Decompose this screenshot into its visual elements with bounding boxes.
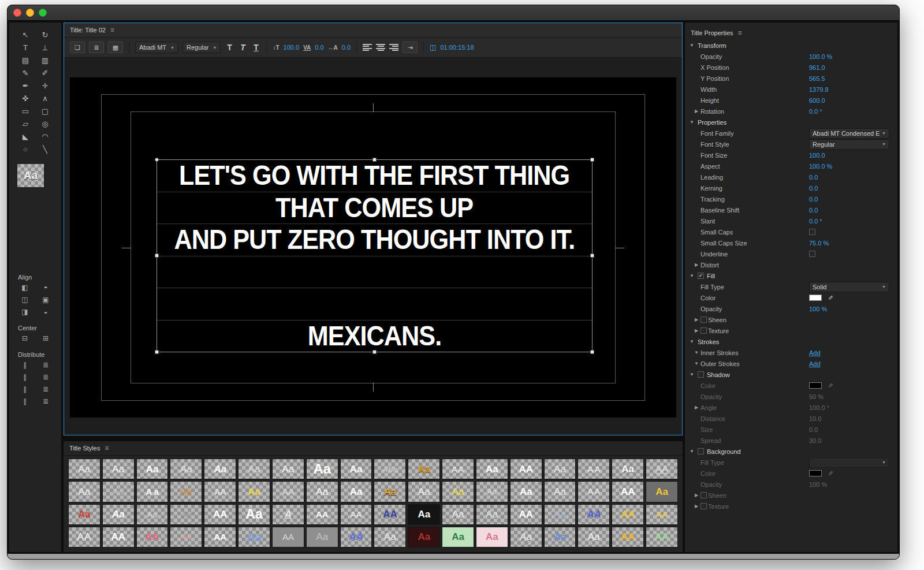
title-style-swatch[interactable]: Aa (136, 459, 169, 479)
title-style-swatch[interactable]: AA (340, 504, 372, 525)
title-style-swatch[interactable]: AA (272, 527, 304, 547)
title-style-swatch[interactable]: Aa (476, 481, 508, 502)
tab-stops-button[interactable]: ⇥ (403, 42, 418, 53)
title-style-swatch[interactable]: Aa (340, 481, 372, 502)
shadow-spread-value[interactable]: 30.0 (809, 437, 821, 444)
fill-section-header[interactable]: ▼ ✓ Fill (685, 270, 897, 281)
minimize-window-button[interactable] (26, 9, 34, 17)
title-style-swatch[interactable]: Aa (340, 459, 372, 479)
title-style-swatch[interactable]: Aa (476, 459, 508, 479)
title-style-swatch[interactable]: Aa (170, 527, 202, 547)
pen-tool[interactable]: ✒ (18, 80, 33, 91)
slant-value[interactable]: 0.0 ° (809, 218, 822, 225)
title-style-swatch[interactable]: AA (510, 459, 542, 479)
small-caps-size-value[interactable]: 75.0 % (809, 240, 829, 247)
font-size-value[interactable]: 100.0 (809, 152, 825, 159)
title-style-swatch[interactable]: Aa (442, 481, 474, 502)
title-style-swatch[interactable]: AA (612, 504, 644, 525)
background-opacity-value[interactable]: 100 % (809, 481, 827, 488)
vertical-type-tool[interactable]: ⊥ (38, 42, 53, 53)
new-title-button[interactable]: ❏ (70, 42, 85, 53)
title-style-swatch[interactable]: Aa (442, 504, 474, 525)
shadow-distance-value[interactable]: 10.0 (809, 415, 821, 422)
resize-handle-middle-right[interactable] (590, 254, 594, 258)
timecode-value[interactable]: 01:00:15:18 (440, 44, 474, 51)
font-size-value[interactable]: 100.0 (284, 44, 300, 51)
title-style-swatch[interactable]: Aa (408, 481, 440, 502)
aspect-value[interactable]: 100.0 % (809, 163, 832, 170)
align-vertical-center[interactable]: ▣ (38, 296, 54, 303)
center-vertical[interactable]: ⊞ (38, 334, 54, 342)
align-center-icon[interactable] (376, 43, 385, 52)
x-position-value[interactable]: 961.0 (809, 64, 825, 71)
clipped-corner-rectangle-tool[interactable]: ▱ (18, 118, 33, 129)
title-style-swatch[interactable]: Aa (238, 459, 270, 479)
title-style-swatch[interactable]: Aa (544, 481, 576, 502)
eyedropper-icon[interactable]: ✎ (826, 295, 834, 300)
fill-opacity-value[interactable]: 100 % (809, 306, 827, 312)
title-style-swatch[interactable]: Aa (578, 527, 610, 547)
title-style-swatch[interactable]: Aa (442, 527, 474, 547)
title-style-swatch[interactable]: Aba (374, 459, 406, 479)
align-horizontal-right[interactable]: ◨ (17, 308, 33, 315)
title-style-swatch[interactable]: Aa (544, 504, 576, 525)
add-anchor-point-tool[interactable]: ✛ (38, 80, 53, 91)
line-tool[interactable]: ╲ (38, 144, 53, 155)
faux-bold-button[interactable]: T (225, 43, 234, 52)
title-text-box[interactable]: LET'S GO WITH THE FIRST THING THAT COMES… (157, 159, 593, 352)
title-style-swatch[interactable]: A A (578, 481, 610, 502)
shadow-color-swatch[interactable] (809, 382, 822, 389)
y-position-value[interactable]: 565.5 (809, 75, 825, 82)
wedge-tool[interactable]: ◣ (18, 131, 33, 142)
background-sheen-checkbox[interactable] (701, 492, 707, 498)
texture-checkbox[interactable] (701, 327, 707, 334)
panel-menu-icon[interactable]: ≡ (105, 445, 109, 452)
title-style-swatch[interactable]: Aa (544, 527, 576, 547)
area-type-tool[interactable]: ▤ (18, 55, 33, 66)
ellipse-tool[interactable]: ○ (18, 144, 33, 155)
title-style-swatch[interactable]: Aa (238, 481, 270, 502)
title-style-swatch[interactable]: AA (68, 527, 100, 547)
shadow-checkbox[interactable] (698, 371, 704, 378)
kerning-value[interactable]: 0.0 (809, 185, 818, 192)
title-style-swatch[interactable]: AA (612, 481, 644, 502)
title-style-swatch[interactable]: Aa (408, 527, 440, 547)
title-style-swatch[interactable]: AA (646, 459, 678, 479)
title-style-swatch[interactable]: Aa (612, 459, 644, 479)
vertical-path-type-tool[interactable]: ✐ (38, 68, 53, 79)
background-fill-type-dropdown[interactable]: ▼ (809, 457, 889, 468)
type-tool[interactable]: T (18, 42, 33, 53)
add-outer-stroke-link[interactable]: Add (809, 360, 821, 367)
expand-triangle-icon[interactable]: ▶ (694, 109, 699, 114)
title-style-swatch[interactable]: Aa (272, 459, 304, 479)
round-rectangle-tool[interactable]: ◎ (38, 118, 53, 129)
fill-type-dropdown[interactable]: Solid ▼ (809, 282, 889, 292)
title-style-swatch[interactable]: AA (204, 527, 236, 547)
expand-triangle-icon[interactable]: ▶ (694, 504, 699, 509)
title-style-swatch[interactable]: Aa (238, 504, 270, 525)
sheen-checkbox[interactable] (701, 316, 707, 323)
collapse-triangle-icon[interactable]: ▼ (694, 361, 699, 366)
title-style-swatch[interactable]: Aa (510, 481, 542, 502)
align-horizontal-left[interactable]: ◧ (17, 284, 33, 291)
rotation-tool[interactable]: ↻ (38, 29, 53, 40)
fill-checkbox[interactable]: ✓ (698, 273, 704, 279)
resize-handle-bottom-left[interactable] (155, 350, 159, 354)
delete-anchor-point-tool[interactable]: ✜ (18, 93, 33, 104)
title-style-swatch[interactable]: Aa (102, 504, 135, 525)
convert-anchor-point-tool[interactable]: ∧ (38, 93, 53, 104)
resize-handle-bottom-center[interactable] (372, 350, 377, 354)
background-color-swatch[interactable] (809, 470, 822, 476)
path-type-tool[interactable]: ✎ (18, 68, 33, 79)
font-style-dropdown[interactable]: Regular ▼ (809, 139, 889, 150)
title-style-swatch[interactable]: AA (578, 504, 610, 525)
shadow-angle-value[interactable]: 100.0 ° (809, 404, 829, 411)
rounded-rectangle-tool[interactable]: ▢ (38, 106, 53, 117)
distribute-horizontal-right[interactable]: ∥ (17, 385, 33, 393)
arc-tool[interactable]: ◠ (38, 131, 53, 142)
panel-menu-icon[interactable]: ≡ (110, 27, 114, 33)
title-style-swatch[interactable]: AA (646, 504, 678, 525)
title-style-swatch[interactable]: A (272, 504, 304, 525)
title-style-swatch[interactable]: AA (306, 504, 338, 525)
panel-menu-icon[interactable]: ≡ (738, 29, 742, 36)
